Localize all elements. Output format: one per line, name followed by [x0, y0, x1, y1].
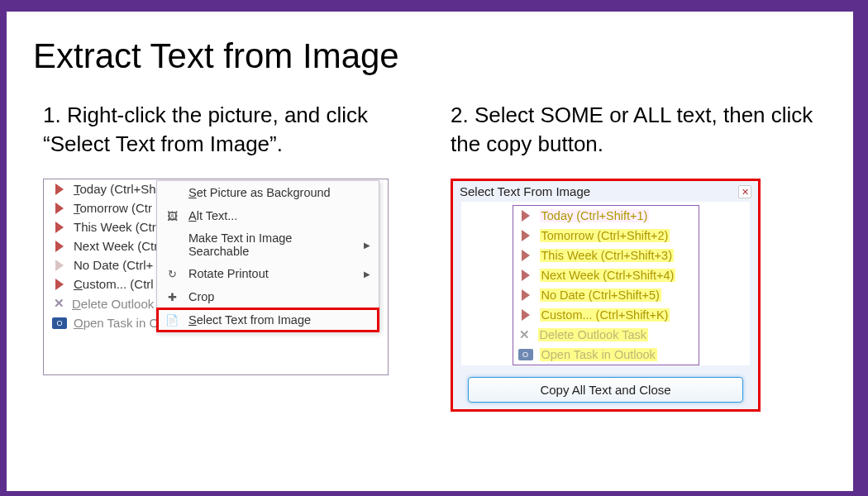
flag-icon — [52, 241, 67, 252]
extracted-line[interactable]: Today (Ctrl+Shift+1) — [513, 206, 699, 226]
menu-item-select-text[interactable]: 📄Select Text from Image — [157, 308, 379, 331]
step-1-column: 1. Right-click the picture, and click “S… — [43, 101, 409, 412]
purple-header-strip — [0, 0, 868, 12]
menu-item-label: Set Picture as Background — [188, 186, 331, 199]
delete-icon: ✕ — [518, 328, 532, 341]
step-2-column: 2. Select SOME or ALL text, then click t… — [451, 101, 817, 412]
task-label: Next Week (Ctr — [74, 239, 158, 253]
extracted-line-text: No Date (Ctrl+Shift+5) — [540, 289, 661, 302]
flag-outline-icon — [518, 289, 533, 301]
flag-icon — [52, 184, 67, 195]
figure-context-menu: Today (Ctrl+ShTomorrow (CtrThis Week (Ct… — [43, 179, 389, 375]
submenu-arrow-icon: ▶ — [364, 269, 370, 279]
dialog-title: Select Text From Image — [460, 184, 590, 198]
menu-item[interactable]: Set Picture as Background — [157, 181, 379, 204]
menu-item-label: Select Text from Image — [188, 313, 311, 327]
flag-icon — [52, 222, 67, 233]
extracted-line-text: Next Week (Ctrl+Shift+4) — [540, 269, 676, 282]
flag-icon — [52, 203, 67, 214]
extracted-line-text: Delete Outlook Task — [538, 328, 649, 341]
flag-icon — [518, 230, 533, 241]
close-icon[interactable]: ✕ — [738, 185, 751, 198]
extracted-line-text: This Week (Ctrl+Shift+3) — [540, 249, 674, 262]
task-label: This Week (Ctr — [74, 220, 156, 234]
extracted-line[interactable]: This Week (Ctrl+Shift+3) — [513, 246, 699, 265]
flag-icon — [518, 210, 533, 222]
task-label: Today (Ctrl+Sh — [74, 182, 156, 196]
outlook-icon: O — [518, 349, 533, 360]
select-text-icon: 📄 — [164, 312, 180, 327]
alt-text-icon: 🖼 — [164, 208, 180, 223]
menu-item[interactable]: Make Text in Image Searchable▶ — [157, 227, 379, 262]
extracted-line-text: Custom... (Ctrl+Shift+K) — [540, 308, 670, 322]
extracted-text-panel[interactable]: Today (Ctrl+Shift+1)Tomorrow (Ctrl+Shift… — [513, 205, 699, 365]
flag-icon — [518, 269, 533, 281]
menu-item-label: Rotate Printout — [188, 267, 269, 280]
slide: Extract Text from Image 1. Right-click t… — [7, 12, 853, 491]
slide-title: Extract Text from Image — [33, 36, 833, 76]
extracted-line-text: Today (Ctrl+Shift+1) — [540, 209, 650, 222]
copy-all-button[interactable]: Copy All Text and Close — [468, 377, 743, 403]
flag-outline-icon — [52, 260, 67, 271]
flag-icon — [518, 309, 533, 321]
step-1-text: 1. Right-click the picture, and click “S… — [43, 101, 409, 159]
flag-icon — [518, 250, 533, 261]
task-label: Custom... (Ctrl — [74, 277, 154, 291]
submenu-arrow-icon: ▶ — [364, 241, 370, 250]
select-text-dialog: Select Text From Image ✕ Today (Ctrl+Shi… — [451, 179, 761, 412]
context-menu[interactable]: Set Picture as Background🖼Alt Text...Mak… — [156, 180, 379, 332]
extracted-line[interactable]: Custom... (Ctrl+Shift+K) — [513, 305, 699, 325]
menu-item-label: Crop — [188, 290, 214, 303]
extracted-line[interactable]: ✕Delete Outlook Task — [513, 325, 699, 345]
menu-item-label: Alt Text... — [188, 209, 237, 222]
extracted-line-text: Tomorrow (Ctrl+Shift+2) — [540, 229, 670, 242]
step-2-text: 2. Select SOME or ALL text, then click t… — [451, 101, 817, 159]
extracted-line[interactable]: No Date (Ctrl+Shift+5) — [513, 285, 699, 305]
extracted-line[interactable]: Tomorrow (Ctrl+Shift+2) — [513, 226, 699, 246]
extracted-line[interactable]: OOpen Task in Outlook — [513, 345, 699, 365]
rotate-icon: ↻ — [164, 266, 180, 281]
menu-item-label: Make Text in Image Searchable — [188, 231, 355, 258]
menu-item[interactable]: ↻Rotate Printout▶ — [157, 262, 379, 285]
delete-icon: ✕ — [52, 296, 65, 311]
task-label: Tomorrow (Ctr — [74, 201, 152, 215]
task-label: No Date (Ctrl+ — [74, 258, 153, 272]
extracted-line[interactable]: Next Week (Ctrl+Shift+4) — [513, 265, 699, 285]
menu-item[interactable]: ✚Crop — [157, 285, 379, 308]
flag-icon — [52, 279, 67, 290]
menu-item[interactable]: 🖼Alt Text... — [157, 204, 379, 227]
outlook-icon: O — [52, 317, 67, 329]
extracted-line-text: Open Task in Outlook — [540, 348, 657, 361]
crop-icon: ✚ — [164, 289, 180, 304]
